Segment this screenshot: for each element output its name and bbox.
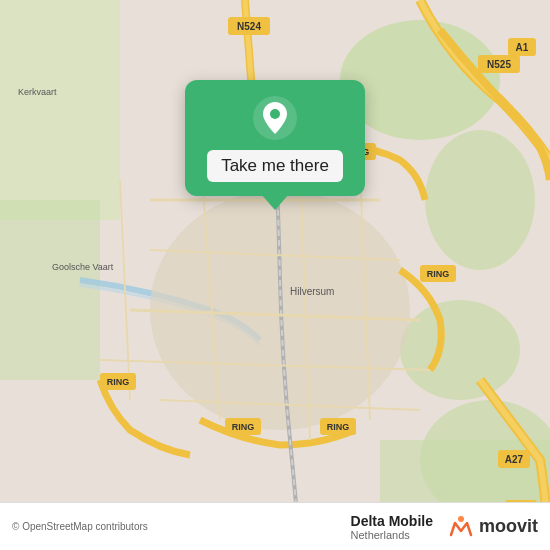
map-container: N524 N525 A1 A27 A27 RING RING RING RING… (0, 0, 550, 550)
popup-card[interactable]: Take me there (185, 80, 365, 196)
moovit-logo: moovit (447, 513, 538, 541)
moovit-icon (447, 513, 475, 541)
svg-text:A27: A27 (505, 454, 524, 465)
svg-text:RING: RING (107, 377, 130, 387)
app-info: Delta Mobile Netherlands (351, 513, 433, 541)
map-pin-icon (253, 96, 297, 140)
svg-rect-5 (0, 200, 100, 380)
svg-text:RING: RING (427, 269, 450, 279)
moovit-label: moovit (479, 516, 538, 537)
app-country: Netherlands (351, 529, 410, 541)
svg-text:RING: RING (232, 422, 255, 432)
svg-text:Kerkvaart: Kerkvaart (18, 87, 57, 97)
svg-text:RING: RING (327, 422, 350, 432)
svg-text:Goolsche Vaart: Goolsche Vaart (52, 262, 114, 272)
svg-text:Hilversum: Hilversum (290, 286, 334, 297)
svg-text:A1: A1 (516, 42, 529, 53)
bottom-left-section: © OpenStreetMap contributors (12, 521, 148, 532)
bottom-bar: © OpenStreetMap contributors Delta Mobil… (0, 502, 550, 550)
svg-text:N524: N524 (237, 21, 261, 32)
svg-point-3 (400, 300, 520, 400)
svg-point-46 (458, 516, 464, 522)
svg-rect-4 (0, 0, 120, 220)
svg-point-44 (270, 109, 280, 119)
copyright-text: © OpenStreetMap contributors (12, 521, 148, 532)
app-name: Delta Mobile (351, 513, 433, 529)
take-me-there-button[interactable]: Take me there (207, 150, 343, 182)
svg-point-2 (425, 130, 535, 270)
svg-text:N525: N525 (487, 59, 511, 70)
